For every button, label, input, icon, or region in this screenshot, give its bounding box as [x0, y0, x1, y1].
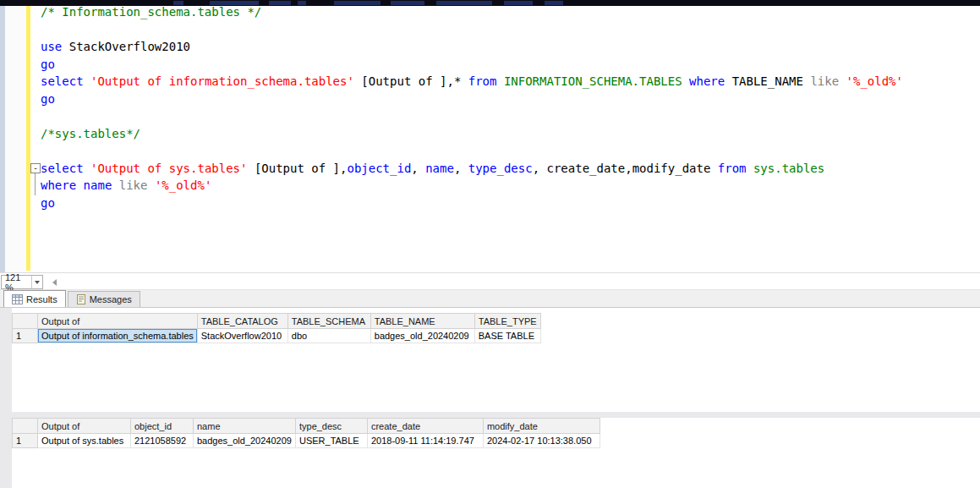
code-token: select: [41, 74, 84, 88]
code-token: '%_old%': [155, 178, 211, 192]
code-token: /*sys.tables*/: [41, 127, 140, 140]
code-token: select: [41, 162, 84, 175]
scrollbar-left-arrow-icon[interactable]: [52, 279, 57, 286]
code-token: 'Output of sys.tables': [90, 162, 247, 175]
grid-row: 1Output of information_schema.tablesStac…: [13, 329, 541, 343]
column-header[interactable]: name: [194, 419, 296, 434]
code-line[interactable]: /* Information_schema.tables */: [41, 6, 980, 21]
code-token: where: [41, 178, 76, 192]
grid-corner-cell[interactable]: [13, 314, 38, 329]
column-header[interactable]: modify_date: [483, 419, 599, 434]
code-token: ,: [454, 162, 468, 175]
results-grid-icon: [12, 294, 23, 304]
code-token: [76, 178, 83, 192]
code-line[interactable]: go: [41, 56, 980, 74]
code-token: [147, 178, 154, 192]
column-header[interactable]: type_desc: [295, 419, 367, 434]
code-line[interactable]: [41, 107, 980, 125]
tab-results[interactable]: Results: [3, 290, 66, 307]
top-edge-bar: [0, 0, 980, 6]
column-header[interactable]: TABLE_NAME: [370, 314, 474, 329]
code-line[interactable]: where name like '%_old%': [41, 177, 980, 195]
results-pane-information-schema: Output ofTABLE_CATALOGTABLE_SCHEMATABLE_…: [0, 308, 980, 412]
tab-messages[interactable]: Messages: [68, 291, 140, 307]
code-line[interactable]: [41, 229, 980, 247]
results-grid-sys-tables[interactable]: Output ofobject_idnametype_desccreate_da…: [12, 418, 600, 448]
zoom-control[interactable]: 121 %: [1, 275, 43, 289]
code-line[interactable]: [41, 142, 980, 160]
code-token: [839, 74, 846, 88]
tab-label: Results: [26, 294, 57, 304]
code-token: [747, 162, 753, 175]
code-token: [682, 74, 689, 88]
results-grid-information-schema[interactable]: Output ofTABLE_CATALOGTABLE_SCHEMATABLE_…: [12, 313, 541, 343]
code-token: like: [810, 74, 839, 88]
grid-splitter[interactable]: [0, 412, 980, 418]
row-header[interactable]: 1: [13, 434, 38, 448]
sql-editor[interactable]: /* Information_schema.tables */use Stack…: [0, 6, 980, 272]
grid-row: 1Output of sys.tables2121058592badges_ol…: [13, 434, 600, 448]
grid-corner-cell[interactable]: [13, 419, 38, 434]
code-token: type_desc: [468, 162, 533, 175]
code-token: ,: [411, 162, 425, 175]
column-header[interactable]: create_date: [367, 419, 483, 434]
column-header[interactable]: Output of: [38, 314, 198, 329]
code-token: go: [41, 58, 55, 71]
results-tab-strip: Results Messages: [0, 290, 980, 308]
grid-cell[interactable]: StackOverflow2010: [197, 329, 287, 343]
code-token: /* Information_schema.tables */: [41, 6, 261, 19]
code-line[interactable]: select 'Output of information_schema.tab…: [41, 73, 980, 90]
top-bar-segment: [269, 1, 291, 5]
code-line[interactable]: [41, 211, 980, 229]
code-token: sys.tables: [753, 162, 824, 175]
grid-cell[interactable]: badges_old_20240209: [370, 329, 474, 343]
collapse-region-line: [35, 173, 36, 195]
code-line[interactable]: [41, 246, 980, 264]
grid-cell[interactable]: BASE TABLE: [474, 329, 540, 343]
column-header[interactable]: TABLE_CATALOG: [197, 314, 287, 329]
code-line[interactable]: select 'Output of sys.tables' [Output of…: [41, 160, 980, 178]
code-token: from: [718, 162, 747, 175]
grid-cell[interactable]: 2121058592: [131, 434, 194, 448]
grid-cell[interactable]: badges_old_20240209: [194, 434, 296, 448]
code-token: [84, 162, 90, 175]
top-bar-segment: [391, 1, 424, 5]
messages-icon: [76, 294, 86, 304]
code-line[interactable]: go: [41, 195, 980, 212]
chevron-down-icon: [35, 281, 40, 284]
grid-cell[interactable]: USER_TABLE: [295, 434, 367, 448]
grid-cell[interactable]: 2024-02-17 10:13:38.050: [483, 434, 599, 448]
code-token: 'Output of information_schema.tables': [90, 74, 354, 88]
code-area[interactable]: /* Information_schema.tables */use Stack…: [41, 6, 980, 264]
column-header[interactable]: TABLE_SCHEMA: [287, 314, 370, 329]
code-line[interactable]: go: [41, 90, 980, 108]
code-token: [496, 74, 503, 88]
code-token: StackOverflow2010: [62, 40, 190, 53]
column-header[interactable]: Output of: [38, 419, 131, 434]
code-token: use: [41, 40, 62, 53]
grid-cell[interactable]: Output of sys.tables: [38, 434, 131, 448]
column-header[interactable]: TABLE_TYPE: [474, 314, 540, 329]
results-pane-sys-tables: Output ofobject_idnametype_desccreate_da…: [0, 418, 980, 488]
grid-cell[interactable]: 2018-09-11 11:14:19.747: [367, 434, 483, 448]
zoom-dropdown-button[interactable]: [31, 276, 42, 288]
code-line[interactable]: use StackOverflow2010: [41, 38, 980, 56]
code-line[interactable]: /*sys.tables*/: [41, 125, 980, 143]
code-token: [112, 178, 118, 192]
top-bar-segment: [210, 1, 259, 5]
column-header[interactable]: object_id: [131, 419, 194, 434]
code-token: like: [119, 178, 148, 192]
top-bar-segment: [436, 1, 492, 5]
row-header[interactable]: 1: [13, 329, 38, 343]
code-token: '%_old%': [846, 74, 903, 88]
collapse-toggle-icon[interactable]: -: [30, 163, 41, 173]
code-line[interactable]: [41, 21, 980, 39]
change-tracking-bar: [26, 6, 30, 271]
grid-cell[interactable]: dbo: [287, 329, 370, 343]
grid-cell[interactable]: Output of information_schema.tables: [38, 329, 198, 343]
code-token: [84, 74, 90, 88]
code-token: from: [468, 74, 497, 88]
editor-gutter: [5, 6, 26, 272]
editor-status-row: 121 %: [0, 272, 980, 290]
pane-left-margin: [0, 418, 12, 488]
